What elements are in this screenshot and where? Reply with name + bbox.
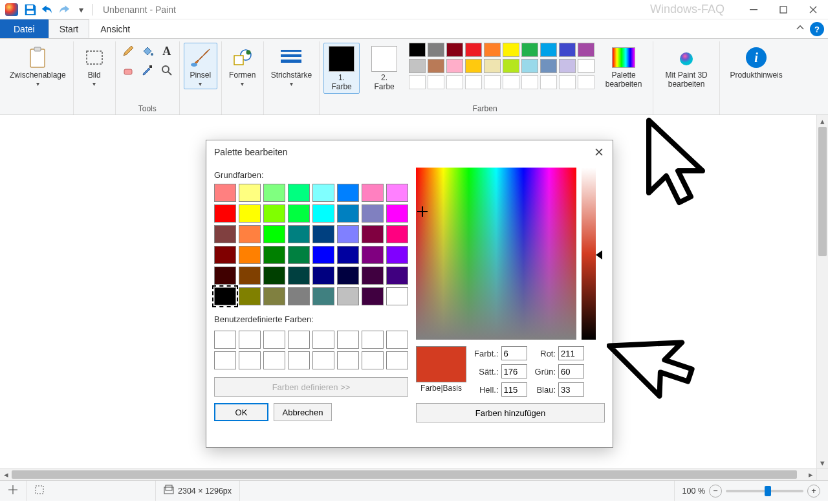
select-button[interactable]: Bild ▾ — [78, 43, 111, 89]
custom-color-swatch[interactable] — [362, 331, 384, 349]
zoom-slider-knob[interactable] — [765, 486, 771, 496]
basic-color-swatch[interactable] — [263, 184, 285, 202]
palette-swatch[interactable] — [465, 75, 482, 89]
close-button[interactable] — [798, 0, 828, 19]
green-input[interactable] — [558, 364, 584, 378]
undo-icon[interactable] — [40, 3, 54, 17]
hue-saturation-field[interactable] — [416, 168, 576, 340]
blue-input[interactable] — [558, 382, 584, 397]
basic-color-swatch[interactable] — [337, 267, 359, 285]
basic-color-swatch[interactable] — [362, 225, 384, 243]
palette-swatch[interactable] — [446, 75, 463, 89]
basic-color-swatch[interactable] — [288, 225, 310, 243]
help-icon[interactable]: ? — [810, 22, 824, 36]
redo-icon[interactable] — [57, 3, 71, 17]
basic-color-swatch[interactable] — [386, 246, 408, 264]
custom-color-swatch[interactable] — [263, 351, 285, 369]
magnifier-tool[interactable] — [158, 62, 175, 79]
palette-swatch[interactable] — [540, 43, 557, 57]
tab-file[interactable]: Datei — [0, 19, 49, 38]
scroll-h-thumb[interactable] — [12, 470, 797, 479]
basic-color-swatch[interactable] — [239, 246, 261, 264]
basic-color-swatch[interactable] — [239, 267, 261, 285]
basic-color-swatch[interactable] — [263, 246, 285, 264]
custom-color-swatch[interactable] — [288, 351, 310, 369]
custom-color-swatch[interactable] — [263, 331, 285, 349]
basic-color-swatch[interactable] — [362, 184, 384, 202]
palette-swatch[interactable] — [578, 43, 594, 57]
brush-button[interactable]: Pinsel ▾ — [184, 43, 217, 89]
basic-color-swatch[interactable] — [362, 287, 384, 305]
scroll-left-icon[interactable]: ◂ — [0, 469, 12, 480]
palette-swatch[interactable] — [503, 75, 519, 89]
zoom-in-button[interactable]: + — [807, 485, 820, 498]
custom-color-swatch[interactable] — [214, 351, 236, 369]
palette-swatch[interactable] — [503, 43, 519, 57]
basic-color-swatch[interactable] — [263, 225, 285, 243]
custom-color-swatch[interactable] — [386, 351, 408, 369]
basic-color-swatch[interactable] — [214, 184, 236, 202]
basic-color-swatch[interactable] — [239, 184, 261, 202]
basic-color-swatch[interactable] — [312, 267, 334, 285]
basic-color-swatch[interactable] — [386, 287, 408, 305]
scroll-right-icon[interactable]: ▸ — [805, 469, 816, 480]
ok-button[interactable]: OK — [214, 403, 268, 421]
basic-color-swatch[interactable] — [386, 225, 408, 243]
add-color-button[interactable]: Farben hinzufügen — [416, 403, 605, 422]
palette-swatch[interactable] — [446, 43, 463, 57]
paint3d-button[interactable]: Mit Paint 3Dbearbeiten — [657, 43, 715, 91]
shapes-button[interactable]: Formen ▾ — [226, 43, 259, 89]
sat-input[interactable] — [501, 364, 527, 378]
strokewidth-button[interactable]: Strichstärke ▾ — [268, 43, 315, 89]
cancel-button[interactable]: Abbrechen — [274, 403, 332, 421]
color2-button[interactable]: 2.Farbe — [366, 43, 402, 94]
custom-color-swatch[interactable] — [337, 351, 359, 369]
palette-swatch[interactable] — [484, 75, 501, 89]
basic-color-swatch[interactable] — [288, 246, 310, 264]
palette-swatch[interactable] — [409, 59, 426, 73]
basic-color-swatch[interactable] — [337, 246, 359, 264]
minimize-button[interactable] — [739, 0, 768, 19]
palette-swatch[interactable] — [428, 43, 444, 57]
custom-color-swatch[interactable] — [362, 351, 384, 369]
lum-input[interactable] — [501, 382, 527, 397]
basic-color-swatch[interactable] — [312, 287, 334, 305]
palette-swatch[interactable] — [446, 59, 463, 73]
basic-color-swatch[interactable] — [386, 267, 408, 285]
palette-swatch[interactable] — [521, 43, 538, 57]
basic-color-swatch[interactable] — [288, 184, 310, 202]
basic-color-swatch[interactable] — [337, 287, 359, 305]
basic-color-swatch[interactable] — [214, 267, 236, 285]
basic-color-swatch[interactable] — [288, 267, 310, 285]
save-icon[interactable] — [23, 3, 38, 17]
basic-color-swatch[interactable] — [288, 287, 310, 305]
paste-button[interactable]: Zwischenablage ▾ — [6, 43, 69, 89]
pencil-tool[interactable] — [120, 43, 136, 60]
custom-color-swatch[interactable] — [337, 331, 359, 349]
palette-swatch[interactable] — [578, 75, 594, 89]
scroll-down-icon[interactable]: ▾ — [817, 457, 828, 468]
basic-color-swatch[interactable] — [214, 225, 236, 243]
custom-color-swatch[interactable] — [288, 331, 310, 349]
basic-color-swatch[interactable] — [337, 184, 359, 202]
tab-home[interactable]: Start — [49, 19, 90, 38]
palette-swatch[interactable] — [503, 59, 519, 73]
basic-color-swatch[interactable] — [362, 267, 384, 285]
basic-color-swatch[interactable] — [312, 184, 334, 202]
palette-swatch[interactable] — [428, 75, 444, 89]
palette-swatch[interactable] — [521, 59, 538, 73]
basic-color-swatch[interactable] — [239, 204, 261, 223]
palette-swatch[interactable] — [465, 59, 482, 73]
palette-swatch[interactable] — [559, 59, 576, 73]
basic-color-swatch[interactable] — [263, 287, 285, 305]
text-tool[interactable]: A — [158, 43, 175, 60]
edit-palette-button[interactable]: Palettebearbeiten — [601, 43, 646, 91]
scroll-up-icon[interactable]: ▴ — [817, 115, 828, 127]
luminance-slider[interactable] — [582, 168, 596, 340]
eraser-tool[interactable] — [120, 62, 136, 79]
custom-color-swatch[interactable] — [386, 331, 408, 349]
basic-color-swatch[interactable] — [239, 225, 261, 243]
basic-color-swatch[interactable] — [312, 225, 334, 243]
color1-button[interactable]: 1.Farbe — [323, 43, 360, 94]
fill-tool[interactable] — [139, 43, 156, 60]
